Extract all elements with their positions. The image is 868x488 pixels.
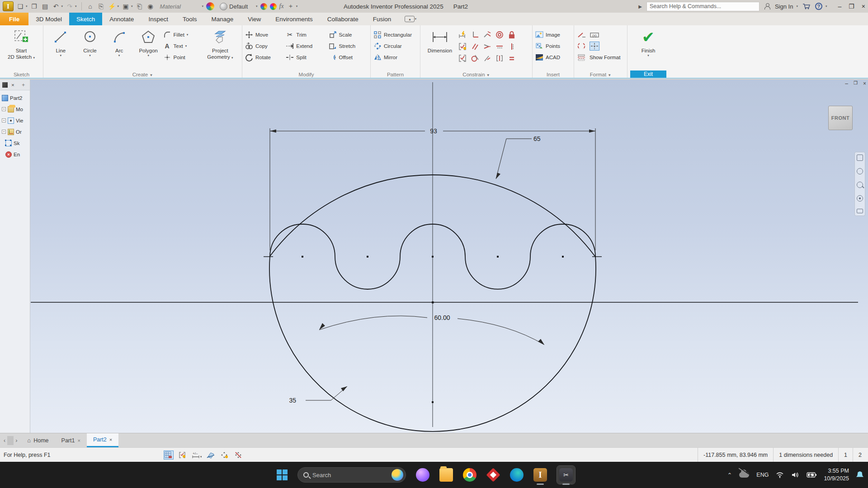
- volume-icon[interactable]: [791, 472, 799, 478]
- precise-input-toggle[interactable]: [234, 450, 244, 460]
- tab-scroll-left-icon[interactable]: ‹: [4, 437, 5, 444]
- snap-grid-toggle[interactable]: [164, 450, 174, 460]
- taskbar-file-explorer-icon[interactable]: [439, 468, 453, 482]
- expand-icon[interactable]: +: [2, 118, 6, 122]
- new-file-dropdown-icon[interactable]: ▾: [26, 5, 28, 8]
- panel-label-modify[interactable]: Modify: [242, 72, 370, 77]
- taskbar-amd-icon[interactable]: [486, 468, 500, 482]
- wifi-icon[interactable]: [776, 472, 784, 478]
- qat-overflow-icon[interactable]: ▾: [296, 5, 298, 8]
- doc-restore-button[interactable]: ❐: [854, 80, 858, 87]
- doc-close-button[interactable]: ×: [863, 80, 866, 87]
- fillet-button[interactable]: Fillet ▾: [163, 29, 201, 40]
- part2-tab-close-icon[interactable]: ×: [109, 437, 112, 442]
- tab-3d-model[interactable]: 3D Model: [28, 13, 69, 25]
- clear-appearance-icon[interactable]: [270, 3, 277, 10]
- dimension-button[interactable]: Dimension: [423, 27, 457, 69]
- dim-60-text[interactable]: 60.00: [434, 314, 450, 321]
- panel-label-insert[interactable]: Insert: [533, 72, 574, 77]
- undo-dropdown-icon[interactable]: ▾: [61, 5, 63, 8]
- search-expand-icon[interactable]: ▶: [638, 4, 642, 9]
- rectangular-pattern-button[interactable]: Rectangular: [373, 29, 417, 40]
- panel-label-pattern[interactable]: Pattern: [371, 72, 420, 77]
- tree-item-origin[interactable]: + Or: [0, 126, 30, 137]
- ribbon-display-toggle[interactable]: ▲▾: [405, 13, 416, 25]
- browser-model-icon[interactable]: [2, 82, 8, 88]
- sign-in-label[interactable]: Sign In: [775, 3, 793, 10]
- navigation-bar[interactable]: [854, 152, 865, 216]
- start-button[interactable]: [277, 469, 288, 480]
- part1-tab-close-icon[interactable]: ×: [77, 438, 80, 443]
- panel-label-constrain[interactable]: Constrain ▼: [420, 72, 532, 77]
- doc-minimize-button[interactable]: –: [845, 80, 848, 87]
- orbit-icon[interactable]: [857, 195, 863, 202]
- insert-points-button[interactable]: Points: [535, 40, 571, 52]
- look-at-icon[interactable]: [857, 209, 863, 213]
- inventor-app-icon[interactable]: I: [3, 1, 14, 11]
- sketch-canvas[interactable]: 93 65 60.00 35: [0, 80, 868, 433]
- polygon-button[interactable]: Polygon▾: [134, 27, 163, 69]
- minimize-button[interactable]: –: [838, 3, 841, 10]
- dim-93-text[interactable]: 93: [430, 127, 437, 135]
- tab-inspect[interactable]: Inspect: [141, 13, 175, 25]
- update-icon[interactable]: ⎗: [136, 3, 144, 10]
- battery-icon[interactable]: [807, 472, 816, 478]
- offset-button[interactable]: Offset: [329, 52, 368, 63]
- tab-annotate[interactable]: Annotate: [102, 13, 141, 25]
- construction-toggle-button[interactable]: [577, 42, 587, 51]
- full-navigation-wheel-icon[interactable]: [857, 155, 863, 161]
- dimension-60[interactable]: 60.00: [319, 314, 544, 345]
- insert-image-button[interactable]: Image: [535, 29, 571, 40]
- dimension-65[interactable]: 65: [496, 135, 541, 179]
- driven-dimension-toggle-button[interactable]: (x): [590, 30, 599, 39]
- tab-file[interactable]: File: [0, 13, 28, 25]
- collinear-constraint-button[interactable]: [481, 41, 493, 52]
- circular-pattern-button[interactable]: Circular: [373, 40, 417, 52]
- sign-in-caret-icon[interactable]: ▾: [796, 5, 798, 8]
- tab-collaborate[interactable]: Collaborate: [320, 13, 366, 25]
- redo-dropdown-icon[interactable]: ▾: [75, 5, 77, 8]
- taskbar-edge-icon[interactable]: [510, 468, 524, 482]
- constraint-inference-toggle[interactable]: [178, 450, 188, 460]
- tangent-constraint-button[interactable]: [481, 29, 493, 41]
- browser-close-icon[interactable]: ×: [11, 82, 14, 88]
- language-indicator[interactable]: ENG: [756, 472, 769, 478]
- tree-item-sketch1[interactable]: Sk: [0, 137, 30, 149]
- extend-button[interactable]: Extend: [286, 40, 328, 52]
- taskbar-search-box[interactable]: [297, 467, 406, 483]
- notification-bell-icon[interactable]: [856, 471, 863, 479]
- taskbar-chrome-icon[interactable]: [463, 468, 476, 482]
- tab-manage[interactable]: Manage: [204, 13, 241, 25]
- doc-tab-home[interactable]: ⌂ Home: [21, 433, 55, 447]
- finish-sketch-button[interactable]: ✔ Finish ▾: [630, 27, 666, 69]
- zoom-icon[interactable]: [857, 182, 863, 188]
- restore-button[interactable]: ❐: [849, 3, 854, 10]
- horizontal-constraint-button[interactable]: [493, 41, 505, 52]
- perpendicular-constraint-button[interactable]: [469, 29, 481, 41]
- view-cube[interactable]: FRONT: [828, 106, 853, 130]
- taskbar-copilot-icon[interactable]: [416, 468, 429, 482]
- auto-constrain-button[interactable]: [457, 41, 469, 52]
- move-button[interactable]: Move: [245, 29, 286, 40]
- auto-dimension-button[interactable]: [457, 29, 469, 41]
- symmetric-constraint-button[interactable]: [493, 52, 505, 64]
- doc-tab-part1[interactable]: Part1 ×: [55, 433, 87, 447]
- point-button[interactable]: Point: [163, 52, 201, 63]
- material-dropdown[interactable]: Material ▾: [160, 3, 204, 10]
- tab-tools[interactable]: Tools: [175, 13, 204, 25]
- tree-item-view[interactable]: + Vie: [0, 115, 30, 126]
- taskbar-snipping-tool-active[interactable]: ✂: [557, 466, 575, 484]
- tangent-circle-button[interactable]: [469, 52, 481, 64]
- rotate-button[interactable]: Rotate: [245, 52, 286, 63]
- constraint-settings-button[interactable]: [457, 52, 469, 64]
- expand-icon[interactable]: +: [2, 107, 6, 111]
- help-search-input[interactable]: [646, 2, 760, 11]
- drawing-view-icon[interactable]: ▣: [122, 3, 130, 10]
- scale-button[interactable]: Scale: [329, 29, 368, 40]
- start-2d-sketch-button[interactable]: Start 2D Sketch ▾: [3, 27, 40, 69]
- tab-view[interactable]: View: [241, 13, 268, 25]
- panel-label-format[interactable]: Format ▼: [574, 72, 627, 77]
- lock-constraint-button[interactable]: [505, 29, 518, 41]
- tree-item-model-states[interactable]: + Mo: [0, 103, 30, 115]
- new-file-icon[interactable]: ❏: [16, 3, 24, 10]
